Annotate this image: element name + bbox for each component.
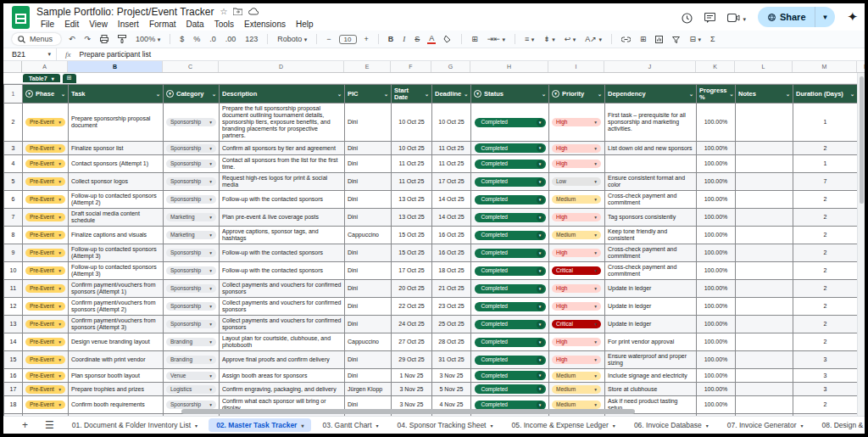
- header-filter-arrow-icon[interactable]: ⌄: [156, 91, 160, 97]
- task-cell[interactable]: Prepare signage labels: [69, 414, 164, 417]
- phase-cell[interactable]: Pre-Event▾: [23, 333, 69, 351]
- phase-chip[interactable]: Pre-Event▾: [25, 160, 65, 168]
- phase-cell[interactable]: Pre-Event▾: [23, 369, 69, 383]
- text-color-button[interactable]: A: [427, 35, 436, 44]
- category-chip[interactable]: Marketing▾: [166, 213, 216, 221]
- header-filter-arrow-icon[interactable]: ⌄: [464, 91, 468, 97]
- header-filter-arrow-icon[interactable]: ⌄: [850, 91, 854, 97]
- category-chip[interactable]: Sponsorship▾: [166, 320, 216, 328]
- start-date-cell[interactable]: 11 Oct 25: [392, 173, 432, 191]
- menu-extensions[interactable]: Extensions: [240, 20, 290, 29]
- start-date-cell[interactable]: 17 Oct 25: [392, 262, 432, 280]
- column-header-F[interactable]: F: [391, 61, 431, 72]
- redo-button[interactable]: ↷: [83, 35, 93, 43]
- pic-cell[interactable]: Cappuccino: [345, 333, 392, 351]
- category-chip[interactable]: Sponsorship▾: [166, 302, 216, 311]
- header-filter-arrow-icon[interactable]: ⌄: [542, 91, 546, 97]
- phase-chip[interactable]: Pre-Event▾: [25, 266, 65, 275]
- description-cell[interactable]: Approve final proofs and confirm deliver…: [220, 351, 345, 369]
- row-number[interactable]: 8: [4, 227, 23, 244]
- row-number[interactable]: 11: [4, 280, 23, 298]
- category-chip[interactable]: Sponsorship▾: [166, 284, 216, 293]
- description-cell[interactable]: Follow-up with the contacted sponsors: [220, 244, 345, 262]
- column-header-notes[interactable]: Notes⌄: [736, 85, 793, 104]
- start-date-cell[interactable]: 11 Oct 25: [392, 155, 432, 173]
- row-number[interactable]: 4: [4, 155, 23, 173]
- category-chip[interactable]: Marketing▾: [166, 231, 216, 239]
- notes-cell[interactable]: [736, 316, 793, 333]
- print-button[interactable]: [98, 35, 110, 44]
- column-header-progress-[interactable]: Progress %⌄: [697, 85, 736, 104]
- duration-cell[interactable]: 1: [793, 155, 858, 173]
- format-currency-button[interactable]: $: [178, 35, 186, 43]
- priority-chip[interactable]: High▾: [552, 284, 601, 293]
- priority-chip[interactable]: Medium▾: [552, 401, 601, 409]
- phase-chip[interactable]: Pre-Event▾: [25, 118, 65, 126]
- phase-chip[interactable]: Pre-Event▾: [25, 144, 65, 153]
- column-header-status[interactable]: ▾Status⌄: [471, 85, 549, 104]
- notes-cell[interactable]: [736, 244, 793, 262]
- notes-cell[interactable]: [736, 396, 793, 414]
- start-date-cell[interactable]: 10 Oct 25: [392, 104, 432, 142]
- column-header-duration-days-[interactable]: Duration (Days)⌄: [793, 85, 858, 104]
- row-number[interactable]: 17: [4, 383, 23, 396]
- description-cell[interactable]: Follow-up with the contacted sponsors: [220, 191, 345, 209]
- header-filter-arrow-icon[interactable]: ⌄: [786, 91, 790, 97]
- menu-file[interactable]: File: [36, 20, 58, 29]
- progress-cell[interactable]: 100.00%: [697, 414, 736, 417]
- category-chip[interactable]: Sponsorship▾: [166, 177, 216, 186]
- progress-cell[interactable]: 100.00%: [697, 383, 736, 396]
- deadline-cell[interactable]: 10 Oct 25: [432, 104, 471, 142]
- phase-cell[interactable]: Pre-Event▾: [23, 383, 69, 396]
- progress-cell[interactable]: 100.00%: [697, 316, 736, 333]
- duration-cell[interactable]: 2: [793, 191, 858, 209]
- start-date-cell[interactable]: 24 Oct 25: [392, 316, 432, 333]
- notes-cell[interactable]: [736, 333, 793, 351]
- category-cell[interactable]: Branding▾: [164, 333, 220, 351]
- deadline-cell[interactable]: 14 Oct 25: [432, 191, 471, 209]
- duration-cell[interactable]: 3: [793, 383, 858, 396]
- header-filter-arrow-icon[interactable]: ⌄: [212, 91, 216, 97]
- notes-cell[interactable]: [736, 414, 793, 417]
- priority-cell[interactable]: Critical▾: [549, 316, 605, 333]
- status-chip[interactable]: Completed▾: [475, 160, 546, 169]
- status-chip[interactable]: Completed▾: [475, 213, 546, 222]
- select-all-corner[interactable]: [3, 61, 22, 72]
- status-cell[interactable]: Completed▾: [471, 244, 549, 262]
- priority-cell[interactable]: Medium▾: [549, 227, 605, 244]
- share-button[interactable]: Share ▼: [758, 7, 836, 27]
- category-chip[interactable]: Branding▾: [166, 338, 216, 346]
- notes-cell[interactable]: [736, 191, 793, 209]
- priority-cell[interactable]: High▾: [549, 104, 605, 142]
- row-number[interactable]: 3: [4, 142, 23, 155]
- category-chip[interactable]: Sponsorship▾: [166, 160, 216, 168]
- duration-cell[interactable]: 2: [793, 244, 858, 262]
- bold-button[interactable]: B: [387, 35, 396, 43]
- progress-cell[interactable]: 100.00%: [697, 298, 736, 316]
- deadline-cell[interactable]: 14 Oct 25: [432, 209, 471, 227]
- status-cell[interactable]: Completed▾: [471, 333, 549, 351]
- insert-chart-button[interactable]: [654, 35, 665, 43]
- task-cell[interactable]: Confirm payment/vouchers from sponsors (…: [69, 316, 164, 333]
- dependency-cell[interactable]: Cross-check payment and commitment: [605, 262, 697, 280]
- sheet-tab-menu-arrow[interactable]: ▾: [706, 423, 709, 429]
- description-cell[interactable]: Collect payments and vouchers for confir…: [220, 298, 345, 316]
- sheet-tab[interactable]: 04. Sponsor Tracking Sheet▾: [390, 418, 501, 432]
- start-date-cell[interactable]: 13 Oct 25: [392, 191, 432, 209]
- priority-chip[interactable]: High▾: [552, 213, 601, 221]
- column-header-description[interactable]: Description⌄: [220, 85, 345, 104]
- column-header-dependency[interactable]: Dependency⌄: [605, 85, 697, 104]
- status-cell[interactable]: Completed▾: [471, 262, 549, 280]
- task-cell[interactable]: Confirm payment/vouchers from sponsors (…: [69, 298, 164, 316]
- formula-input[interactable]: Prepare participant list: [80, 50, 152, 59]
- row-number[interactable]: 13: [4, 316, 23, 333]
- category-chip[interactable]: Logistics▾: [166, 385, 216, 394]
- dependency-cell[interactable]: Include signage and electricity: [605, 369, 697, 383]
- priority-cell[interactable]: High▾: [549, 351, 605, 369]
- horizontal-scrollbar-thumb[interactable]: [181, 409, 635, 414]
- fill-color-button[interactable]: [442, 35, 453, 44]
- horizontal-align-button[interactable]: ≡ ▾: [523, 35, 536, 43]
- header-filter-arrow-icon[interactable]: ⌄: [384, 91, 388, 97]
- category-cell[interactable]: Logistics▾: [164, 383, 220, 396]
- phase-cell[interactable]: Pre-Event▾: [23, 316, 69, 333]
